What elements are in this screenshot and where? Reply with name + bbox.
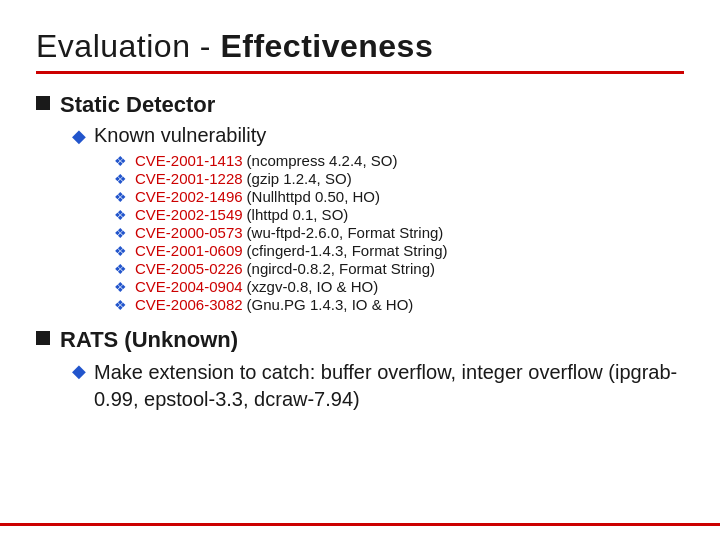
section-header-static: Static Detector	[36, 92, 684, 118]
cve-desc: (wu-ftpd-2.6.0, Format String)	[247, 224, 444, 241]
arrow-bullet-icon-2: ◆	[72, 360, 86, 382]
cve-desc: (ngircd-0.8.2, Format String)	[247, 260, 435, 277]
cve-id: CVE-2005-0226	[135, 260, 243, 277]
cve-desc: (Gnu.PG 1.4.3, IO & HO)	[247, 296, 414, 313]
sub-header-known: ◆ Known vulnerability	[72, 124, 684, 147]
cve-desc: (Nullhttpd 0.50, HO)	[247, 188, 380, 205]
cve-id: CVE-2000-0573	[135, 224, 243, 241]
diamond-icon: ❖	[114, 207, 127, 223]
diamond-icon: ❖	[114, 261, 127, 277]
cve-id: CVE-2004-0904	[135, 278, 243, 295]
diamond-icon: ❖	[114, 297, 127, 313]
cve-id: CVE-2001-1413	[135, 152, 243, 169]
rats-sub-text: Make extension to catch: buffer overflow…	[94, 359, 684, 413]
slide-title: Evaluation - Effectiveness	[36, 28, 433, 64]
cve-desc: (gzip 1.2.4, SO)	[247, 170, 352, 187]
cve-desc: (xzgv-0.8, IO & HO)	[247, 278, 379, 295]
list-item: ❖ CVE-2001-0609(cfingerd-1.4.3, Format S…	[114, 242, 684, 259]
section-label-static: Static Detector	[60, 92, 215, 118]
title-area: Evaluation - Effectiveness	[36, 28, 684, 74]
cve-list: ❖ CVE-2001-1413(ncompress 4.2.4, SO) ❖ C…	[72, 152, 684, 313]
title-prefix: Evaluation -	[36, 28, 220, 64]
list-item: ❖ CVE-2006-3082(Gnu.PG 1.4.3, IO & HO)	[114, 296, 684, 313]
list-item: ❖ CVE-2001-1413(ncompress 4.2.4, SO)	[114, 152, 684, 169]
diamond-icon: ❖	[114, 225, 127, 241]
diamond-icon: ❖	[114, 171, 127, 187]
cve-desc: (lhttpd 0.1, SO)	[247, 206, 349, 223]
title-main: Effectiveness	[220, 28, 433, 64]
cve-id: CVE-2001-0609	[135, 242, 243, 259]
section-static-detector: Static Detector ◆ Known vulnerability ❖ …	[36, 92, 684, 313]
section-rats: RATS (Unknown) ◆ Make extension to catch…	[36, 327, 684, 413]
square-bullet-icon	[36, 96, 50, 110]
slide: Evaluation - Effectiveness Static Detect…	[0, 0, 720, 540]
list-item: ❖ CVE-2002-1549(lhttpd 0.1, SO)	[114, 206, 684, 223]
section-header-rats: RATS (Unknown)	[36, 327, 684, 353]
list-item: ❖ CVE-2005-0226(ngircd-0.8.2, Format Str…	[114, 260, 684, 277]
list-item: ❖ CVE-2002-1496(Nullhttpd 0.50, HO)	[114, 188, 684, 205]
list-item: ❖ CVE-2004-0904(xzgv-0.8, IO & HO)	[114, 278, 684, 295]
arrow-bullet-icon: ◆	[72, 125, 86, 147]
sub-label-known: Known vulnerability	[94, 124, 266, 147]
sub-section-rats: ◆ Make extension to catch: buffer overfl…	[36, 359, 684, 413]
list-item: ❖ CVE-2001-1228(gzip 1.2.4, SO)	[114, 170, 684, 187]
section-label-rats: RATS (Unknown)	[60, 327, 238, 353]
cve-id: CVE-2001-1228	[135, 170, 243, 187]
sub-section-known-vuln: ◆ Known vulnerability ❖ CVE-2001-1413(nc…	[36, 124, 684, 313]
diamond-icon: ❖	[114, 153, 127, 169]
list-item: ❖ CVE-2000-0573(wu-ftpd-2.6.0, Format St…	[114, 224, 684, 241]
bottom-divider	[0, 523, 720, 526]
sub-header-rats: ◆ Make extension to catch: buffer overfl…	[72, 359, 684, 413]
cve-desc: (ncompress 4.2.4, SO)	[247, 152, 398, 169]
square-bullet-icon-2	[36, 331, 50, 345]
diamond-icon: ❖	[114, 243, 127, 259]
diamond-icon: ❖	[114, 279, 127, 295]
cve-desc: (cfingerd-1.4.3, Format String)	[247, 242, 448, 259]
cve-id: CVE-2002-1496	[135, 188, 243, 205]
cve-id: CVE-2006-3082	[135, 296, 243, 313]
cve-id: CVE-2002-1549	[135, 206, 243, 223]
diamond-icon: ❖	[114, 189, 127, 205]
